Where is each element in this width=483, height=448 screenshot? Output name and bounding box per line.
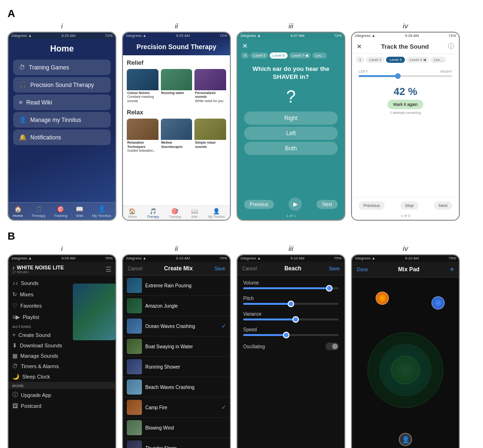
aii-nav-item[interactable]: 🏠Home	[128, 208, 137, 218]
aiv-next-btn[interactable]: Next	[434, 201, 452, 210]
ai-nav-item[interactable]: 👤My Tinnitus	[92, 206, 111, 218]
card-image	[194, 119, 226, 140]
aiv-close-btn[interactable]: ✕	[357, 43, 362, 50]
aiv-prev-btn[interactable]: Previous	[359, 201, 385, 210]
screen-b-ii: 2degrees ▲ 9:10 AM 75% Cancel Create Mix…	[122, 254, 231, 448]
aiv-level-tab[interactable]: Level 4 ◀	[406, 57, 429, 63]
biv-fire-dot[interactable]	[376, 292, 389, 305]
bii-sound-item[interactable]: Thunder Storm	[123, 438, 230, 448]
aii-nav-item[interactable]: 🎯Training	[169, 208, 181, 218]
menu-icon: ≡	[19, 99, 23, 106]
aiii-answer-btn[interactable]: Right	[244, 112, 338, 125]
ai-nav-item[interactable]: 🏠Home	[13, 206, 23, 218]
aii-card[interactable]: Colour NoisesConstant masking sounds	[127, 69, 158, 104]
col-label-biv: iv	[351, 244, 460, 252]
slider-track[interactable]	[243, 287, 339, 289]
bi-action-item[interactable]: ⏱Timers & Alarms	[12, 361, 112, 371]
sound-name: Thunder Storm	[145, 446, 226, 448]
nav-icon: 📖	[76, 206, 83, 213]
aiv-slider-track[interactable]	[359, 75, 452, 77]
aiv-level-tab[interactable]: Level 3	[386, 57, 405, 63]
slider-thumb	[288, 301, 294, 307]
bii-sound-item[interactable]: Boat Swaying in Water	[123, 336, 230, 357]
ai-menu-item[interactable]: 👤Manage my Tinnitus	[13, 112, 111, 128]
aii-nav-item[interactable]: 🎵Therapy	[147, 208, 159, 218]
bii-sound-item[interactable]: Running Shower	[123, 357, 230, 377]
aiv-mark-btn[interactable]: Mark it again	[387, 100, 423, 109]
aiv-stop-btn[interactable]: Stop	[400, 201, 419, 210]
aiii-level-tab[interactable]: Level 6	[270, 52, 288, 59]
aiii-level-tab[interactable]: Level 5	[250, 52, 268, 59]
bii-save-btn[interactable]: Save	[214, 266, 225, 271]
aii-bottom-nav: 🏠Home🎵Therapy🎯Training📖Wiki👤My Tinnitus	[123, 206, 230, 220]
menu-icon: 👤	[19, 116, 26, 123]
biii-title: Beach	[284, 265, 301, 272]
biv-done-btn[interactable]: Done	[357, 267, 368, 272]
aiii-level-tab[interactable]: Level 7 ◀	[289, 52, 311, 59]
bi-actions-label: ACTIONS	[12, 323, 112, 330]
bii-sound-item[interactable]: Beach Waves Crashing	[123, 377, 230, 397]
bi-action-item[interactable]: ⬇Download Sounds	[12, 340, 112, 351]
aiii-next-btn[interactable]: Next	[316, 200, 338, 209]
aiii-level-tab[interactable]: 4	[241, 52, 249, 59]
ai-menu-item[interactable]: 🔔Notifications	[13, 129, 111, 145]
aiv-level-tab[interactable]: Lev...	[430, 57, 446, 63]
aiii-level-tab[interactable]: Lev...	[312, 52, 327, 59]
ai-nav-item[interactable]: 🎵Therapy	[31, 206, 45, 218]
aii-card[interactable]: Simple relaxi sounds	[194, 119, 226, 154]
aiii-play-btn[interactable]: ▶	[289, 198, 302, 211]
bi-more-item[interactable]: 🖼Postcard	[12, 401, 112, 411]
ai-menu-item[interactable]: 🎧Precision Sound Therapy	[13, 77, 111, 93]
bii-sound-item[interactable]: Extreme Rain Pouring	[123, 276, 230, 296]
card-image	[127, 119, 158, 140]
nav-icon: 🏠	[129, 208, 136, 215]
aii-card[interactable]: Personalized soundsWhite noise for you	[194, 69, 226, 104]
bii-sound-item[interactable]: Ocean Waves Crashing ✓	[123, 316, 230, 336]
aiv-info-icon[interactable]: ⓘ	[448, 42, 454, 51]
aii-card[interactable]: Running water	[161, 69, 193, 104]
biv-water-dot[interactable]	[431, 296, 445, 310]
bi-action-item[interactable]: ▦Manage Sounds	[12, 351, 112, 361]
slider-thumb	[283, 332, 290, 338]
bii-cancel-btn[interactable]: Cancel	[128, 266, 142, 271]
bi-sidebar-item[interactable]: ≡▶Playlist	[12, 311, 112, 323]
slider-track[interactable]	[243, 334, 339, 336]
biv-person-dot[interactable]: 👤	[399, 433, 412, 446]
ai-nav-item[interactable]: 🎯Training	[54, 206, 68, 218]
bi-sidebar-item[interactable]: ↻Mixes	[12, 289, 112, 300]
bi-action-item[interactable]: 🌙Sleep Clock	[12, 371, 112, 382]
bii-sound-item[interactable]: Amazon Jungle	[123, 296, 230, 316]
ai-menu-item[interactable]: ≡Read Wiki	[13, 95, 111, 110]
bi-menu-icon[interactable]: ☰	[105, 266, 112, 273]
biii-cancel-btn[interactable]: Cancel	[242, 266, 257, 271]
aiii-answer-btn[interactable]: Both	[244, 142, 338, 155]
slider-track[interactable]	[243, 303, 339, 305]
aiii-prev-btn[interactable]: Previous	[244, 200, 274, 209]
bi-sidebar-item[interactable]: ♡Favorites	[12, 300, 112, 311]
biii-save-btn[interactable]: Save	[329, 266, 340, 271]
slider-track[interactable]	[243, 319, 339, 320]
aii-nav-item[interactable]: 📖Wiki	[191, 208, 198, 218]
sound-thumb	[127, 339, 142, 354]
biv-add-btn[interactable]: +	[450, 265, 454, 274]
status-bar-ai: 2degrees ▲ 9:25 AM 72%	[9, 33, 115, 39]
bi-action-item[interactable]: +Create Sound	[12, 330, 112, 340]
sound-thumb	[127, 359, 142, 374]
more-icon: 🖼	[12, 403, 18, 409]
aii-card[interactable]: Relaxation TechniquesGuided relaxation..…	[127, 119, 158, 154]
oscillating-toggle[interactable]	[325, 343, 339, 350]
bii-sound-item[interactable]: Camp Fire ✓	[123, 397, 230, 418]
aiii-close-btn[interactable]: ✕	[242, 42, 248, 50]
bi-more-item[interactable]: ⓘUpgrade App	[12, 389, 112, 401]
aiv-level-tab[interactable]: 1	[356, 57, 364, 63]
bi-sidebar-item[interactable]: ♪♪Sounds	[12, 277, 112, 289]
aii-card[interactable]: Mellow Soundscapes	[161, 119, 193, 154]
ai-nav-item[interactable]: 📖Wiki	[76, 206, 83, 218]
aiii-answer-btn[interactable]: Left	[244, 127, 338, 140]
ai-menu-item[interactable]: ⏱Training Games	[13, 60, 111, 75]
aii-nav-item[interactable]: 👤My Tinnitus	[208, 208, 225, 218]
aiv-level-tab[interactable]: Level 2	[366, 57, 385, 63]
bii-sound-item[interactable]: Blowing Wind	[123, 418, 230, 438]
aiv-nav-bottom: Previous Stop Next	[352, 197, 459, 214]
biv-mix-pad[interactable]: 👤	[352, 277, 459, 448]
